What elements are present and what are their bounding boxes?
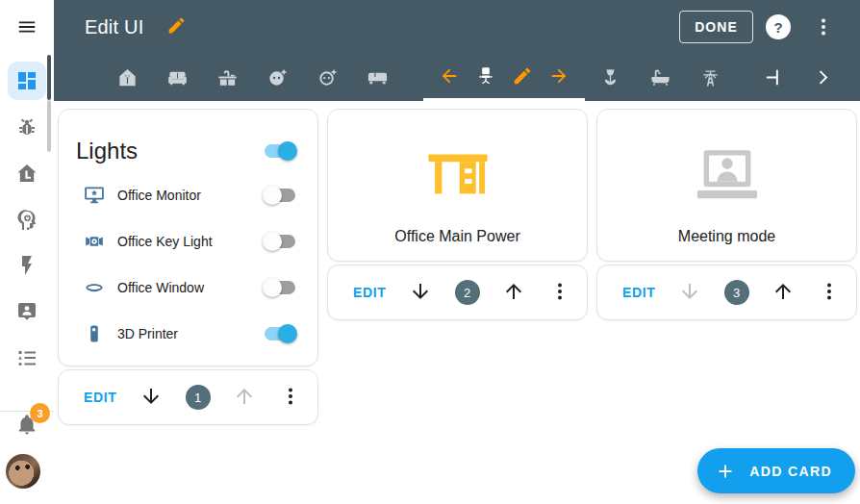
plus-icon [715,461,736,482]
card-column-2: Office Main Power EDIT 2 [327,109,588,320]
sidebar-item-automations[interactable] [8,200,46,239]
tab-garden[interactable] [585,54,635,101]
move-card-down-button[interactable] [678,280,701,305]
arrow-right-icon [548,65,569,87]
entity-row-office-key-light[interactable]: Office Key Light [59,218,317,265]
card-options-button[interactable] [548,280,571,305]
button-card-label: Office Main Power [394,228,519,245]
sidebar-item-media[interactable] [8,292,46,331]
window-oval-icon [83,276,106,299]
card-position-badge: 1 [186,385,211,410]
help-icon: ? [773,19,782,36]
arrow-left-icon [439,65,460,87]
view-dashboard-icon [15,69,38,92]
sofa-icon [166,66,189,88]
app-header: Edit UI DONE ? [54,0,860,101]
edit-card-button[interactable]: EDIT [353,285,386,300]
arrow-up-icon [771,280,795,303]
button-card-meeting-mode[interactable]: Meeting mode [596,109,857,262]
printer-3d-toggle[interactable] [263,324,297,343]
overflow-menu-button[interactable] [812,15,835,38]
card-title: Lights [76,138,263,164]
edit-card-button[interactable]: EDIT [622,285,655,300]
ray-end-icon [763,66,785,88]
card-options-button[interactable] [279,385,302,410]
sidebar-item-energy[interactable] [8,246,46,285]
tab-scroll-end[interactable] [748,54,798,101]
main-panel: Edit UI DONE ? [54,0,860,504]
tab-kitchen[interactable] [202,54,252,101]
sidebar-scrollbar-thumb[interactable] [47,55,51,100]
move-card-up-button[interactable] [233,385,256,410]
tab-vacuum-1[interactable] [252,54,302,101]
robot-vacuum-sparkle-outline-icon [316,66,339,88]
user-avatar[interactable] [6,454,40,489]
active-tab-office[interactable] [423,54,585,101]
entity-name: Office Window [117,280,263,295]
dots-vertical-icon [812,15,835,38]
office-monitor-toggle[interactable] [263,186,297,205]
tab-bar [54,54,860,101]
notifications-button[interactable]: 3 [8,409,46,441]
tab-bedroom[interactable] [352,54,402,101]
add-card-button[interactable]: ADD CARD [697,448,855,493]
lights-master-toggle[interactable] [263,141,297,161]
done-button[interactable]: DONE [679,11,753,43]
home-letter-l-icon [15,162,38,185]
arrow-down-icon [139,385,163,408]
bulleted-list-icon [15,346,38,369]
bed-icon [367,66,389,88]
edit-dashboard-title-button[interactable] [166,15,187,38]
button-card-office-main-power[interactable]: Office Main Power [327,109,588,262]
entity-name: 3D Printer [117,326,263,341]
help-button[interactable]: ? [766,14,791,39]
laptop-account-icon [681,140,773,214]
bathtub-icon [649,66,671,88]
add-card-label: ADD CARD [749,464,832,479]
office-key-light-toggle[interactable] [263,232,297,251]
card-edit-toolbar: EDIT 2 [327,265,588,320]
move-card-down-button[interactable] [409,280,432,305]
bug-icon [15,115,38,139]
sidebar-item-home-l[interactable] [8,154,46,192]
tab-home[interactable] [102,54,152,101]
pencil-icon [166,15,187,36]
move-tab-right-button[interactable] [548,65,569,90]
entity-row-office-monitor[interactable]: Office Monitor [59,172,317,218]
sidebar-item-todo[interactable] [8,339,46,377]
card-column-3: Meeting mode EDIT 3 [596,109,857,320]
tab-office-icon-button[interactable] [475,65,496,90]
edit-card-button[interactable]: EDIT [84,390,116,405]
office-chair-icon [475,65,496,87]
entity-row-office-window[interactable]: Office Window [59,265,317,311]
tab-bathroom[interactable] [635,54,685,101]
edit-tab-button[interactable] [512,65,533,90]
arrow-up-icon [502,280,525,303]
sidebar-scrollbar-track[interactable] [47,100,51,152]
office-window-toggle[interactable] [263,278,297,297]
tab-scroll-next[interactable] [798,54,848,101]
sidebar: 3 [0,0,54,504]
entity-row-3d-printer[interactable]: 3D Printer [59,311,317,357]
printer-3d-icon [83,322,106,345]
sidebar-menu-button[interactable] [0,0,54,54]
page-title: Edit UI [85,16,143,38]
arrow-down-icon [409,280,432,303]
transmission-tower-icon [699,66,721,88]
tab-living-room[interactable] [152,54,202,101]
badge-account-icon [15,300,38,323]
card-position-badge: 3 [724,280,749,305]
home-assistant-icon [116,66,139,88]
move-card-down-button[interactable] [139,385,163,410]
tab-vacuum-2[interactable] [302,54,352,101]
card-options-button[interactable] [818,280,841,305]
move-tab-left-button[interactable] [439,65,460,90]
notification-count-badge: 3 [30,403,50,423]
flower-tulip-icon [599,66,621,88]
sidebar-item-dashboard[interactable] [8,62,46,100]
sidebar-item-bug[interactable] [8,108,46,146]
move-card-up-button[interactable] [771,280,795,305]
move-card-up-button[interactable] [502,280,525,305]
tab-utility[interactable] [685,54,735,101]
countertop-icon [216,66,239,88]
